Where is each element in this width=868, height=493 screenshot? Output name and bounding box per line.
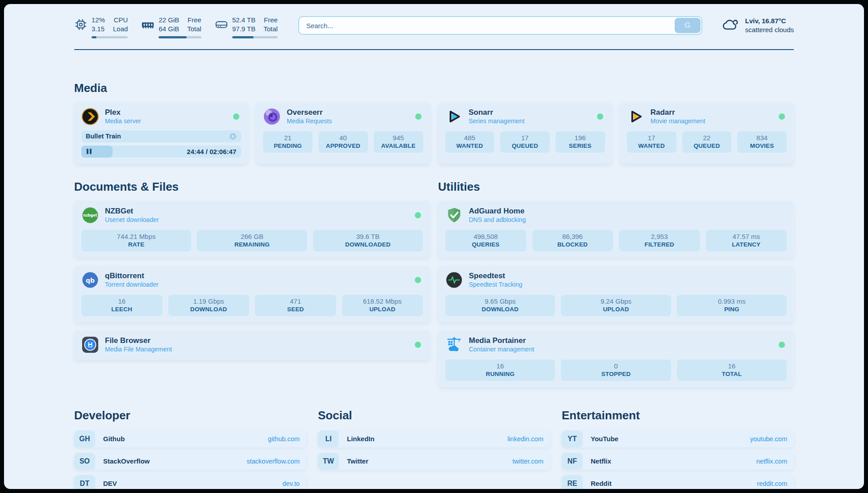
cpu-load-value: 3.15: [92, 25, 105, 33]
app-name: qBittorrent: [105, 272, 159, 280]
app-card-plex[interactable]: Plex Media server Bullet Train 24:44 / 0…: [74, 102, 248, 164]
bookmark-group-developer: Developer GH Github github.com SO StackO…: [74, 409, 306, 489]
svg-text:nzbget: nzbget: [83, 213, 97, 217]
stat-approved: 40 APPROVED: [318, 131, 368, 153]
app-description: Media File Management: [105, 346, 172, 353]
app-description: DNS and adblocking: [469, 216, 526, 223]
app-card-radarr[interactable]: Radarr Movie management 17 WANTED 22 QUE…: [620, 102, 794, 164]
disk-widget: 52.4 TB 97.9 TB Free Total: [215, 16, 278, 38]
disk-progress-fill: [232, 36, 254, 38]
load-label: Load: [113, 25, 128, 33]
bookmark-name: StackOverflow: [103, 457, 150, 465]
stat-blocked: 86,396 BLOCKED: [532, 230, 613, 251]
stat-latency: 47.57 ms LATENCY: [706, 230, 787, 251]
dashboard-page: 12% 3.15 CPU Load: [4, 4, 864, 489]
ram-progress-fill: [159, 36, 187, 38]
cloud-icon: [721, 16, 740, 35]
ram-icon: [141, 18, 154, 38]
dashboard-frame: 12% 3.15 CPU Load: [0, 0, 868, 493]
bookmark-abbr: RE: [562, 475, 583, 489]
now-playing-title: Bullet Train: [86, 133, 121, 140]
cpu-usage-value: 12%: [92, 16, 105, 25]
cpu-progress-fill: [92, 36, 96, 38]
svg-text:qb: qb: [86, 276, 95, 284]
app-card-sonarr[interactable]: Sonarr Series management 485 WANTED 17 Q…: [438, 102, 612, 164]
bookmark-reddit[interactable]: RE Reddit reddit.com: [562, 475, 794, 489]
app-card-speedtest[interactable]: Speedtest Speedtest Tracking 9.65 Gbps D…: [438, 266, 794, 322]
now-playing-options-icon[interactable]: [229, 133, 237, 140]
app-description: Container management: [469, 346, 534, 353]
status-dot: [415, 212, 421, 218]
search-input[interactable]: [298, 16, 702, 35]
disk-total-label: Total: [263, 25, 278, 33]
bookmark-abbr: NF: [562, 453, 583, 470]
disk-icon: [215, 18, 228, 38]
stat-rate: 744.21 Mbps RATE: [81, 230, 191, 251]
bookmark-url: twitter.com: [513, 458, 543, 465]
sonarr-icon: [445, 108, 463, 125]
cpu-icon: [74, 18, 88, 38]
bookmark-dev[interactable]: DT DEV dev.to: [74, 475, 306, 489]
now-playing-progress-fill: [81, 146, 113, 158]
bookmark-url: dev.to: [283, 480, 300, 487]
stat-remaining: 266 GB REMAINING: [197, 230, 307, 251]
status-dot: [597, 113, 603, 120]
ram-total-value: 64 GiB: [159, 25, 179, 33]
status-dot: [233, 113, 239, 120]
stat-ping: 0.993 ms PING: [677, 295, 787, 316]
bookmark-abbr: YT: [562, 430, 583, 447]
app-card-qbittorrent[interactable]: qb qBittorrent Torrent downloader 16 LEE…: [74, 266, 430, 322]
stat-wanted: 485 WANTED: [445, 131, 495, 153]
dashboard-content: 12% 3.15 CPU Load: [74, 16, 794, 489]
filebrowser-icon: [81, 336, 99, 354]
app-name: Sonarr: [469, 108, 525, 117]
app-name: NZBGet: [105, 207, 159, 216]
bookmark-name: Github: [103, 435, 125, 443]
status-dot: [415, 113, 421, 120]
bookmark-youtube[interactable]: YT YouTube youtube.com: [562, 430, 794, 447]
stat-seed: 471 SEED: [255, 295, 336, 316]
bookmark-name: DEV: [103, 480, 117, 487]
utilities-column: Utilities AdGuard Home: [438, 180, 794, 387]
stat-total: 16 TOTAL: [677, 359, 787, 381]
app-card-nzbget[interactable]: nzbget NZBGet Usenet downloader 744.21 M…: [74, 201, 430, 258]
bookmark-netflix[interactable]: NF Netflix netflix.com: [562, 453, 794, 470]
nzbget-icon: nzbget: [81, 206, 99, 224]
disk-progress-bar: [232, 36, 278, 38]
search-container: G: [298, 16, 702, 35]
memory-widget: 22 GiB 64 GiB Free Total: [141, 16, 201, 38]
stat-queries: 498,508 QUERIES: [445, 230, 526, 251]
section-title-developer: Developer: [74, 409, 306, 422]
bookmark-stackoverflow[interactable]: SO StackOverflow stackoverflow.com: [74, 453, 306, 470]
bookmark-abbr: DT: [74, 475, 95, 489]
bookmark-url: stackoverflow.com: [247, 458, 300, 465]
top-bar: 12% 3.15 CPU Load: [74, 16, 794, 38]
app-description: Speedtest Tracking: [469, 281, 522, 288]
search-provider-button[interactable]: G: [675, 18, 701, 33]
bookmark-github[interactable]: GH Github github.com: [74, 430, 306, 447]
app-card-overseerr[interactable]: Overseerr Media Requests 21 PENDING 40 A…: [256, 102, 430, 164]
cpu-widget: 12% 3.15 CPU Load: [74, 16, 128, 38]
weather-condition: scattered clouds: [745, 25, 794, 34]
stat-stopped: 0 STOPPED: [561, 359, 671, 381]
bookmark-name: LinkedIn: [347, 435, 375, 443]
bookmark-abbr: LI: [318, 430, 339, 447]
stat-downloaded: 39.6 TB DOWNLOADED: [313, 230, 423, 251]
bookmark-abbr: SO: [74, 453, 95, 470]
bookmark-twitter[interactable]: TW Twitter twitter.com: [318, 453, 550, 470]
app-name: AdGuard Home: [469, 207, 526, 216]
app-description: Media server: [105, 117, 141, 125]
documents-column: Documents & Files nzbget NZBGet U: [74, 180, 430, 387]
app-card-adguard[interactable]: AdGuard Home DNS and adblocking 498,508 …: [438, 201, 794, 258]
overseerr-icon: [263, 108, 281, 125]
app-card-filebrowser[interactable]: File Browser Media File Management: [74, 330, 430, 360]
bookmark-linkedin[interactable]: LI LinkedIn linkedin.com: [318, 430, 550, 447]
bookmark-group-entertainment: Entertainment YT YouTube youtube.com NF …: [562, 409, 794, 489]
stat-series: 196 SERIES: [555, 131, 605, 153]
stat-upload: 618.52 Mbps UPLOAD: [342, 295, 423, 316]
ram-free-label: Free: [188, 16, 201, 25]
bookmark-name: Netflix: [591, 457, 611, 465]
app-card-portainer[interactable]: Media Portainer Container management 16 …: [438, 330, 794, 387]
bookmark-url: linkedin.com: [507, 435, 543, 443]
bookmark-url: reddit.com: [757, 480, 787, 487]
